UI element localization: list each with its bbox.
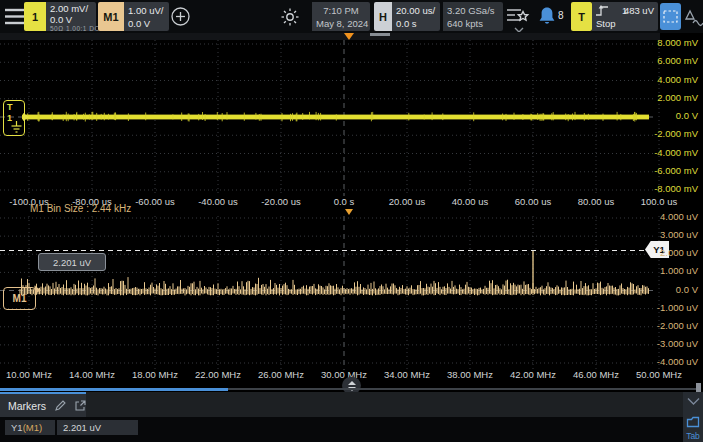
axis-tick-label: 0.0 V bbox=[676, 110, 698, 121]
zoom-region-icon[interactable] bbox=[660, 3, 681, 30]
markers-panel-header bbox=[86, 392, 683, 417]
trigger-level: 483 uV bbox=[624, 5, 654, 16]
delay-marker-icon[interactable] bbox=[345, 209, 353, 215]
notifications-bell-icon[interactable] bbox=[537, 6, 557, 31]
clock-date: May 8, 2024 bbox=[316, 17, 366, 30]
channel1-offset: 0.0 V bbox=[50, 15, 92, 26]
markers-tab[interactable]: Markers bbox=[0, 392, 86, 417]
marker-value-badge: 2.201 uV bbox=[38, 253, 106, 271]
axis-tick-label: 2.000 uV bbox=[660, 247, 698, 258]
math1-badge[interactable]: M1 bbox=[98, 2, 124, 31]
oscilloscope-screen: 1 2.00 mV/ 0.0 V 50Ω 1.00:1 DC M1 1.00 u… bbox=[0, 0, 703, 442]
axis-tick-label: 4.000 mV bbox=[657, 74, 698, 85]
axis-tick-label: 8.000 mV bbox=[657, 37, 698, 48]
axis-tick-label: -40.00 us bbox=[198, 196, 238, 207]
channel1-scale: 2.00 mV/ bbox=[50, 4, 92, 15]
time-reference-strip bbox=[0, 33, 660, 40]
axis-tick-label: -2.000 mV bbox=[654, 128, 698, 139]
bottom-right-sidebar: Tab bbox=[683, 392, 703, 442]
trigger-edge-icon bbox=[595, 4, 609, 17]
axis-tick-label: 34.00 MHz bbox=[384, 369, 430, 380]
axis-tick-label: -4.000 uV bbox=[657, 356, 698, 367]
channel1-badge[interactable]: 1 bbox=[24, 2, 46, 31]
math1-scale: 1.00 uV/ bbox=[128, 4, 165, 17]
popout-icon[interactable] bbox=[75, 400, 86, 411]
axis-tick-label: 10.00 MHz bbox=[6, 369, 52, 380]
channel1-coupling: 50Ω 1.00:1 DC bbox=[50, 25, 92, 32]
axis-tick-label: 38.00 MHz bbox=[447, 369, 493, 380]
axis-tick-label: -20.00 us bbox=[261, 196, 301, 207]
brightness-icon[interactable] bbox=[281, 8, 299, 30]
channel1-settings[interactable]: 2.00 mV/ 0.0 V 50Ω 1.00:1 DC bbox=[46, 2, 96, 31]
quick-actions-icon[interactable] bbox=[506, 6, 530, 36]
datetime-display[interactable]: 7:10 PM May 8, 2024 bbox=[312, 2, 370, 31]
axis-tick-label: 3.000 uV bbox=[660, 229, 698, 240]
axis-tick-label: 26.00 MHz bbox=[258, 369, 304, 380]
fft-scrollbar-track[interactable] bbox=[228, 388, 697, 390]
axis-tick-label: -1.000 uV bbox=[657, 302, 698, 313]
add-waveform-icon[interactable] bbox=[171, 7, 190, 30]
bin-size-label: M1 Bin Size : 2.44 kHz bbox=[30, 203, 131, 214]
axis-tick-label: 6.000 mV bbox=[657, 55, 698, 66]
axis-tick-label: 100.0 us bbox=[641, 196, 677, 207]
markers-tab-label: Markers bbox=[8, 400, 46, 412]
trigger-mode: Stop bbox=[596, 18, 616, 29]
axis-tick-label: 4.000 uV bbox=[660, 211, 698, 222]
horizontal-scroll-indicator[interactable] bbox=[370, 33, 390, 36]
sample-rate: 3.20 GSa/s bbox=[447, 4, 499, 17]
axis-tick-label: -3.000 uV bbox=[657, 338, 698, 349]
trigger-badge[interactable]: T bbox=[571, 2, 592, 31]
marker-value-cell: 2.201 uV bbox=[57, 420, 138, 435]
axis-tick-label: 18.00 MHz bbox=[132, 369, 178, 380]
fft-graph[interactable]: 2.201 uV M1 Y1 bbox=[0, 216, 660, 370]
axis-tick-label: -4.000 mV bbox=[654, 147, 698, 158]
axis-tick-label: 2.000 mV bbox=[657, 92, 698, 103]
axis-tick-label: 14.00 MHz bbox=[69, 369, 115, 380]
axis-tick-label: 46.00 MHz bbox=[573, 369, 619, 380]
memory-depth: 640 kpts bbox=[447, 17, 499, 30]
horizontal-badge[interactable]: H bbox=[374, 2, 392, 31]
axis-tick-label: 0.0 V bbox=[676, 284, 698, 295]
axis-tick-label: -60.00 us bbox=[135, 196, 175, 207]
fft-scrollbar-thumb[interactable] bbox=[0, 388, 228, 391]
time-domain-graph[interactable]: T 1 bbox=[0, 40, 660, 196]
stepper-up-icon[interactable] bbox=[348, 381, 356, 385]
axis-tick-label: 1.000 uV bbox=[660, 265, 698, 276]
tab-button-label[interactable]: Tab bbox=[683, 431, 703, 441]
collapse-chevron-icon[interactable] bbox=[687, 397, 700, 406]
acquisition-info[interactable]: 3.20 GSa/s 640 kpts bbox=[443, 2, 503, 31]
top-toolbar: 1 2.00 mV/ 0.0 V 50Ω 1.00:1 DC M1 1.00 u… bbox=[0, 0, 703, 33]
axis-tick-label: 20.00 us bbox=[389, 196, 425, 207]
math1-settings[interactable]: 1.00 uV/ 0.0 V bbox=[124, 2, 169, 31]
axis-tick-label: -6.000 mV bbox=[654, 165, 698, 176]
channel1-ground-marker[interactable]: T 1 bbox=[3, 100, 25, 136]
trigger-settings[interactable]: 1 483 uV Stop bbox=[592, 2, 658, 31]
axis-tick-label: 50.00 MHz bbox=[636, 369, 682, 380]
time-reference-icon[interactable] bbox=[344, 33, 354, 40]
edit-markers-icon[interactable] bbox=[55, 400, 66, 411]
ground-symbol-icon bbox=[11, 121, 22, 133]
math1-trace-marker[interactable]: M1 bbox=[3, 287, 36, 310]
horizontal-settings[interactable]: 20.00 us/ 0.0 s bbox=[392, 2, 440, 31]
notification-count: 8 bbox=[558, 10, 564, 21]
clock-time: 7:10 PM bbox=[316, 4, 366, 17]
horizontal-delay: 0.0 s bbox=[396, 17, 436, 30]
horizontal-scale: 20.00 us/ bbox=[396, 4, 436, 17]
marker-readout-row: Y1 (M1) 2.201 uV bbox=[0, 417, 683, 442]
math1-marker-arrow bbox=[35, 286, 41, 294]
axis-tick-label: 42.00 MHz bbox=[510, 369, 556, 380]
axis-tick-label: -2.000 uV bbox=[657, 320, 698, 331]
axis-tick-label: 22.00 MHz bbox=[195, 369, 241, 380]
axis-tick-label: -8.000 mV bbox=[654, 183, 698, 194]
marker-source: (M1) bbox=[23, 422, 43, 433]
trigger-level-arrow[interactable] bbox=[23, 113, 29, 121]
ground-marker-trigger-label: T bbox=[7, 102, 13, 112]
marker-name: Y1 bbox=[11, 422, 23, 433]
axis-tick-label: 80.00 us bbox=[578, 196, 614, 207]
tab-icon[interactable] bbox=[686, 416, 700, 428]
axis-tick-label: 0.0 s bbox=[334, 196, 355, 207]
math1-offset: 0.0 V bbox=[128, 17, 165, 30]
marker-name-cell: Y1 (M1) bbox=[5, 420, 55, 435]
waveform-compare-icon[interactable] bbox=[683, 5, 703, 32]
axis-tick-label: 40.00 us bbox=[452, 196, 488, 207]
